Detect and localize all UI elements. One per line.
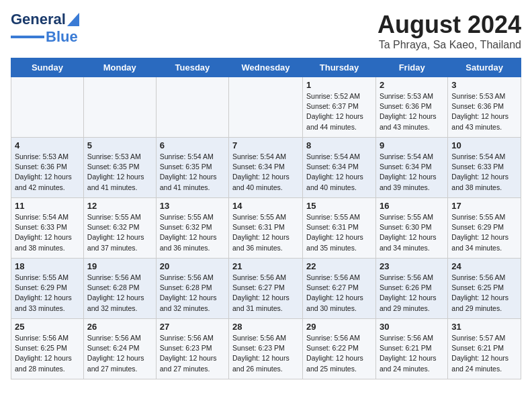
day-number: 23 xyxy=(380,261,444,271)
day-number: 3 xyxy=(451,80,517,90)
day-info: Sunrise: 5:53 AM Sunset: 6:36 PM Dayligh… xyxy=(451,91,517,132)
calendar-cell: 4Sunrise: 5:53 AM Sunset: 6:36 PM Daylig… xyxy=(11,138,84,198)
svg-marker-0 xyxy=(67,13,79,26)
day-number: 29 xyxy=(306,322,372,332)
day-number: 27 xyxy=(160,322,225,332)
logo-blue: Blue xyxy=(46,28,78,46)
day-info: Sunrise: 5:54 AM Sunset: 6:33 PM Dayligh… xyxy=(15,212,80,253)
day-number: 11 xyxy=(15,201,80,211)
day-number: 16 xyxy=(380,201,444,211)
day-info: Sunrise: 5:56 AM Sunset: 6:25 PM Dayligh… xyxy=(451,273,517,314)
calendar-cell: 15Sunrise: 5:55 AM Sunset: 6:31 PM Dayli… xyxy=(303,198,376,259)
day-number: 22 xyxy=(306,261,372,271)
calendar-cell: 5Sunrise: 5:53 AM Sunset: 6:35 PM Daylig… xyxy=(83,138,156,198)
calendar-cell: 27Sunrise: 5:56 AM Sunset: 6:23 PM Dayli… xyxy=(156,319,228,379)
day-number: 21 xyxy=(232,261,299,271)
calendar-cell: 28Sunrise: 5:56 AM Sunset: 6:23 PM Dayli… xyxy=(229,319,303,379)
day-number: 7 xyxy=(232,140,299,150)
day-info: Sunrise: 5:56 AM Sunset: 6:26 PM Dayligh… xyxy=(380,273,444,314)
calendar-cell: 6Sunrise: 5:54 AM Sunset: 6:35 PM Daylig… xyxy=(156,138,228,198)
day-number: 18 xyxy=(15,261,80,271)
day-info: Sunrise: 5:53 AM Sunset: 6:36 PM Dayligh… xyxy=(380,91,444,132)
calendar-cell: 25Sunrise: 5:56 AM Sunset: 6:25 PM Dayli… xyxy=(11,319,84,379)
day-info: Sunrise: 5:56 AM Sunset: 6:23 PM Dayligh… xyxy=(160,333,225,374)
day-info: Sunrise: 5:55 AM Sunset: 6:32 PM Dayligh… xyxy=(87,212,152,253)
calendar-cell xyxy=(156,77,228,138)
day-number: 5 xyxy=(87,140,152,150)
day-info: Sunrise: 5:55 AM Sunset: 6:29 PM Dayligh… xyxy=(15,273,80,314)
location-title: Ta Phraya, Sa Kaeo, Thailand xyxy=(378,39,521,51)
calendar-cell: 23Sunrise: 5:56 AM Sunset: 6:26 PM Dayli… xyxy=(375,259,447,319)
day-number: 6 xyxy=(160,140,225,150)
calendar-cell: 12Sunrise: 5:55 AM Sunset: 6:32 PM Dayli… xyxy=(83,198,156,259)
calendar-week-3: 11Sunrise: 5:54 AM Sunset: 6:33 PM Dayli… xyxy=(11,198,521,259)
day-info: Sunrise: 5:55 AM Sunset: 6:30 PM Dayligh… xyxy=(380,212,444,253)
day-info: Sunrise: 5:54 AM Sunset: 6:33 PM Dayligh… xyxy=(451,152,517,193)
calendar-cell: 2Sunrise: 5:53 AM Sunset: 6:36 PM Daylig… xyxy=(375,77,447,138)
day-number: 24 xyxy=(451,261,517,271)
logo-arrow-icon xyxy=(67,13,79,26)
day-number: 13 xyxy=(160,201,225,211)
calendar-cell: 11Sunrise: 5:54 AM Sunset: 6:33 PM Dayli… xyxy=(11,198,84,259)
day-number: 12 xyxy=(87,201,152,211)
calendar-week-5: 25Sunrise: 5:56 AM Sunset: 6:25 PM Dayli… xyxy=(11,319,521,379)
calendar-body: 1Sunrise: 5:52 AM Sunset: 6:37 PM Daylig… xyxy=(11,77,521,379)
weekday-sunday: Sunday xyxy=(11,58,84,77)
day-info: Sunrise: 5:55 AM Sunset: 6:31 PM Dayligh… xyxy=(232,212,299,253)
calendar-cell: 19Sunrise: 5:56 AM Sunset: 6:28 PM Dayli… xyxy=(83,259,156,319)
day-info: Sunrise: 5:55 AM Sunset: 6:31 PM Dayligh… xyxy=(306,212,372,253)
day-info: Sunrise: 5:54 AM Sunset: 6:34 PM Dayligh… xyxy=(232,152,299,193)
logo-line-icon xyxy=(11,36,44,39)
calendar-week-1: 1Sunrise: 5:52 AM Sunset: 6:37 PM Daylig… xyxy=(11,77,521,138)
calendar-cell: 24Sunrise: 5:56 AM Sunset: 6:25 PM Dayli… xyxy=(448,259,521,319)
day-number: 19 xyxy=(87,261,152,271)
day-info: Sunrise: 5:54 AM Sunset: 6:34 PM Dayligh… xyxy=(380,152,444,193)
day-info: Sunrise: 5:53 AM Sunset: 6:36 PM Dayligh… xyxy=(15,152,80,193)
day-number: 8 xyxy=(306,140,372,150)
month-title: August 2024 xyxy=(378,11,521,39)
svg-rect-1 xyxy=(11,36,44,38)
weekday-monday: Monday xyxy=(83,58,156,77)
calendar-cell: 17Sunrise: 5:55 AM Sunset: 6:29 PM Dayli… xyxy=(448,198,521,259)
day-number: 20 xyxy=(160,261,225,271)
calendar-cell: 18Sunrise: 5:55 AM Sunset: 6:29 PM Dayli… xyxy=(11,259,84,319)
day-info: Sunrise: 5:54 AM Sunset: 6:35 PM Dayligh… xyxy=(160,152,225,193)
calendar-cell: 16Sunrise: 5:55 AM Sunset: 6:30 PM Dayli… xyxy=(375,198,447,259)
day-number: 4 xyxy=(15,140,80,150)
day-info: Sunrise: 5:57 AM Sunset: 6:21 PM Dayligh… xyxy=(451,333,517,374)
calendar-cell: 13Sunrise: 5:55 AM Sunset: 6:32 PM Dayli… xyxy=(156,198,228,259)
weekday-tuesday: Tuesday xyxy=(156,58,228,77)
day-number: 14 xyxy=(232,201,299,211)
calendar-cell: 3Sunrise: 5:53 AM Sunset: 6:36 PM Daylig… xyxy=(448,77,521,138)
weekday-friday: Friday xyxy=(375,58,447,77)
day-number: 9 xyxy=(380,140,444,150)
calendar-cell: 1Sunrise: 5:52 AM Sunset: 6:37 PM Daylig… xyxy=(303,77,376,138)
calendar-week-2: 4Sunrise: 5:53 AM Sunset: 6:36 PM Daylig… xyxy=(11,138,521,198)
weekday-wednesday: Wednesday xyxy=(229,58,303,77)
day-info: Sunrise: 5:56 AM Sunset: 6:28 PM Dayligh… xyxy=(160,273,225,314)
day-number: 30 xyxy=(380,322,444,332)
day-info: Sunrise: 5:56 AM Sunset: 6:27 PM Dayligh… xyxy=(232,273,299,314)
day-info: Sunrise: 5:55 AM Sunset: 6:32 PM Dayligh… xyxy=(160,212,225,253)
weekday-thursday: Thursday xyxy=(303,58,376,77)
day-number: 25 xyxy=(15,322,80,332)
day-info: Sunrise: 5:54 AM Sunset: 6:34 PM Dayligh… xyxy=(306,152,372,193)
day-number: 28 xyxy=(232,322,299,332)
day-info: Sunrise: 5:56 AM Sunset: 6:22 PM Dayligh… xyxy=(306,333,372,374)
calendar-cell: 14Sunrise: 5:55 AM Sunset: 6:31 PM Dayli… xyxy=(229,198,303,259)
calendar-cell: 7Sunrise: 5:54 AM Sunset: 6:34 PM Daylig… xyxy=(229,138,303,198)
day-info: Sunrise: 5:56 AM Sunset: 6:24 PM Dayligh… xyxy=(87,333,152,374)
calendar-cell xyxy=(83,77,156,138)
calendar-cell: 22Sunrise: 5:56 AM Sunset: 6:27 PM Dayli… xyxy=(303,259,376,319)
calendar-week-4: 18Sunrise: 5:55 AM Sunset: 6:29 PM Dayli… xyxy=(11,259,521,319)
day-number: 17 xyxy=(451,201,517,211)
weekday-saturday: Saturday xyxy=(448,58,521,77)
calendar-cell: 29Sunrise: 5:56 AM Sunset: 6:22 PM Dayli… xyxy=(303,319,376,379)
logo-general: General xyxy=(11,11,66,28)
calendar-table: SundayMondayTuesdayWednesdayThursdayFrid… xyxy=(11,58,521,379)
calendar-cell: 21Sunrise: 5:56 AM Sunset: 6:27 PM Dayli… xyxy=(229,259,303,319)
day-info: Sunrise: 5:56 AM Sunset: 6:23 PM Dayligh… xyxy=(232,333,299,374)
page-header: General Blue August 2024 Ta Phraya, Sa K… xyxy=(11,11,521,51)
day-info: Sunrise: 5:55 AM Sunset: 6:29 PM Dayligh… xyxy=(451,212,517,253)
calendar-cell: 10Sunrise: 5:54 AM Sunset: 6:33 PM Dayli… xyxy=(448,138,521,198)
